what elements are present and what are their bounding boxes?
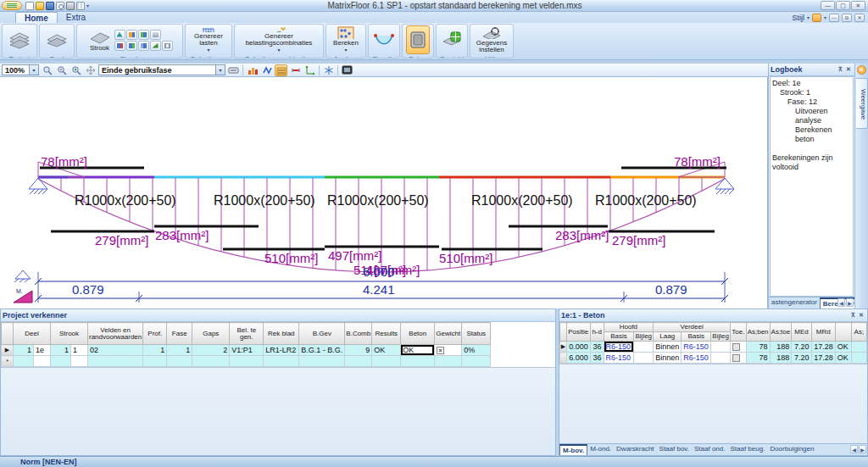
restore-button[interactable]: ▢ <box>836 1 850 10</box>
row-marker[interactable]: ▶ <box>2 345 14 356</box>
screen-icon[interactable] <box>341 64 353 76</box>
column-header[interactable] <box>560 323 567 342</box>
print-preview-icon[interactable] <box>56 2 64 10</box>
column-header[interactable]: Bel. te gen. <box>230 323 264 345</box>
result-tab-dwarskracht[interactable]: Dwarskracht <box>614 444 656 453</box>
column-header[interactable]: B.Gev <box>299 323 345 345</box>
grid-cell[interactable]: 02 <box>88 345 143 356</box>
grid-cell[interactable]: 1 <box>51 345 71 356</box>
mdi-restore-button[interactable]: ⧉ <box>842 14 852 22</box>
column-header[interactable]: Toe. <box>731 323 747 342</box>
row-marker[interactable] <box>560 353 567 364</box>
column-header[interactable]: Bijleg <box>634 332 654 342</box>
row-marker[interactable]: ▶ <box>560 342 567 353</box>
deel-button[interactable] <box>43 25 70 54</box>
grid-cell[interactable]: 7.20 <box>792 353 811 364</box>
grid-cell[interactable] <box>372 356 401 367</box>
grid-cell[interactable]: LR1-LR2 <box>264 345 299 356</box>
strook-tool-icon-5[interactable] <box>114 41 125 51</box>
tab-scroll-right-icon[interactable]: ▶ <box>859 445 866 453</box>
column-header[interactable]: Prof. <box>143 323 167 345</box>
drawing-canvas[interactable]: 78[mm²]78[mm²]R1000x(200+50)R1000x(200+5… <box>0 77 768 309</box>
moment-line-icon[interactable] <box>289 64 302 76</box>
combo-arrow-icon[interactable]: ▾ <box>29 65 38 75</box>
load-chart-icon[interactable] <box>246 64 259 76</box>
column-header[interactable]: Bijleg <box>711 332 731 342</box>
grid-cell[interactable] <box>435 356 462 367</box>
grid-cell[interactable]: 78 <box>746 353 770 364</box>
grid-cell[interactable]: 1 <box>143 345 167 356</box>
table-row[interactable]: ▶0.00036R6-150BinnenR6-150781887.2017.28… <box>560 342 867 353</box>
pan-icon[interactable] <box>84 64 97 76</box>
column-header[interactable]: Basis <box>604 332 634 342</box>
zoom-window-icon[interactable] <box>41 64 53 76</box>
checkbox[interactable]: ✕ <box>437 347 444 354</box>
column-header[interactable]: Gewicht <box>435 323 462 345</box>
ribbon-tab-extra[interactable]: Extra <box>58 12 94 23</box>
grid-cell[interactable]: 17.28 <box>811 353 835 364</box>
beton-button[interactable] <box>406 25 430 54</box>
grid-cell[interactable]: Binnen <box>654 342 682 353</box>
grid-cell[interactable]: R6-150 <box>682 353 711 364</box>
results-button[interactable] <box>371 25 397 54</box>
zoom-level-combo[interactable]: 100% ▾ <box>2 64 39 75</box>
grid-cell[interactable]: R6-150 <box>604 353 634 364</box>
panel-overflow-icon[interactable]: « <box>857 65 866 75</box>
grid-cell[interactable] <box>167 356 192 367</box>
column-header[interactable]: Hoofd <box>604 323 654 332</box>
grid-cell[interactable] <box>71 356 88 367</box>
column-header[interactable] <box>835 323 851 342</box>
project-button[interactable] <box>6 25 33 54</box>
result-tab-staaf-bov-[interactable]: Staaf bov. <box>657 444 692 453</box>
grid-cell[interactable]: OK <box>835 353 851 364</box>
column-header[interactable]: Laag <box>654 332 682 342</box>
grid-cell[interactable]: 6.000 <box>566 353 590 364</box>
axes-icon[interactable] <box>303 64 316 76</box>
open-file-icon[interactable] <box>36 2 44 10</box>
strook-button[interactable]: Strook <box>87 25 113 54</box>
gewicht-button[interactable] <box>440 25 464 54</box>
grid-cell[interactable]: 7.20 <box>792 342 811 353</box>
result-tab-staaf-ond-[interactable]: Staaf ond. <box>692 444 727 453</box>
grid-cell[interactable]: 17.28 <box>811 342 835 353</box>
close-panel-icon[interactable]: ✕ <box>844 65 853 74</box>
grid-cell[interactable]: 0% <box>462 345 491 356</box>
grid-cell[interactable]: V1:P1 <box>230 345 264 356</box>
strook-tool-icon-9[interactable] <box>162 41 173 51</box>
combo-arrow-icon[interactable]: ▾ <box>215 65 225 75</box>
grid-cell[interactable] <box>634 353 654 364</box>
grid-cell[interactable]: Binnen <box>654 353 682 364</box>
grid-cell[interactable]: 188 <box>770 342 792 353</box>
grid-cell[interactable] <box>401 356 435 367</box>
result-tab-doorbuigingen[interactable]: Doorbuigingen <box>767 444 816 453</box>
grid-cell[interactable]: R6-150 <box>604 342 634 353</box>
column-header[interactable]: Velden en randvoorwaarden <box>88 323 143 345</box>
column-header[interactable]: Status <box>462 323 491 345</box>
grid-cell[interactable] <box>299 356 345 367</box>
save-icon[interactable] <box>46 2 54 10</box>
column-header[interactable]: Deel <box>14 323 51 345</box>
grid-cell[interactable]: 1 <box>167 345 192 356</box>
strook-tool-icon-2[interactable] <box>126 30 137 40</box>
grid-cell[interactable] <box>143 356 167 367</box>
help-dropdown-arrow-icon[interactable]: ▾ <box>824 14 826 20</box>
pan-arrows-icon[interactable] <box>260 64 273 76</box>
grid-cell[interactable]: OK <box>372 345 401 356</box>
column-header[interactable]: B.Comb <box>345 323 372 345</box>
style-dropdown-arrow-icon[interactable]: ▾ <box>807 14 810 20</box>
strook-tool-icon-3[interactable] <box>138 30 149 40</box>
grid-cell[interactable] <box>731 353 747 364</box>
column-header[interactable]: As;toe <box>770 323 792 342</box>
grid-cell[interactable]: 9 <box>345 345 372 356</box>
tab-scroll-right-icon[interactable]: ▶ <box>846 298 854 307</box>
column-header[interactable]: Positie <box>566 323 590 342</box>
grid-cell[interactable] <box>462 356 491 367</box>
grid-cell[interactable] <box>711 353 731 364</box>
grid-cell[interactable]: 2 <box>192 345 230 356</box>
grid-cell[interactable] <box>264 356 299 367</box>
column-header[interactable]: Fase <box>167 323 192 345</box>
grid-cell[interactable] <box>711 342 731 353</box>
column-header[interactable]: Results <box>372 323 401 345</box>
column-header[interactable]: Verdeel <box>654 323 731 332</box>
strook-tool-icon-1[interactable] <box>114 30 125 40</box>
